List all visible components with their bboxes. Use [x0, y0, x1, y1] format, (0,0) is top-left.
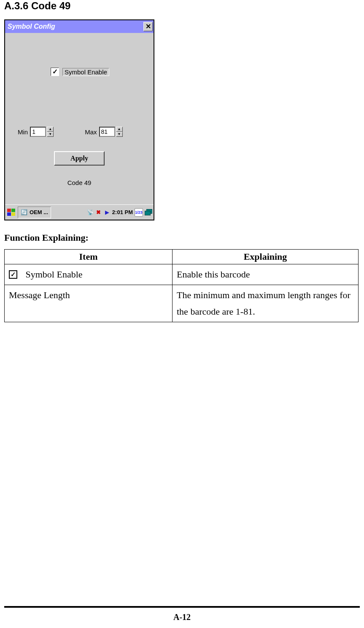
cell-explaining: The minimum and maximum length ranges fo… — [173, 285, 359, 322]
close-icon: ✕ — [146, 23, 151, 30]
symbol-enable-checkbox[interactable]: ✓ — [51, 68, 59, 76]
min-down-button[interactable]: ▼ — [47, 132, 54, 137]
window-title: Symbol Config — [8, 23, 55, 30]
section-heading: A.3.6 Code 49 — [4, 0, 360, 12]
cascade-windows-icon[interactable] — [145, 209, 152, 216]
max-input[interactable]: 81 — [99, 127, 115, 137]
max-label: Max — [85, 128, 97, 136]
function-explaining-table: Item Explaining ✓ Symbol Enable Enable t… — [4, 249, 359, 322]
system-tray: 📡 ✖ ▶ 2:01 PM 1/23 — [87, 208, 152, 217]
min-label: Min — [18, 128, 28, 136]
table-row: ✓ Symbol Enable Enable this barcode — [5, 264, 359, 285]
taskbar-clock[interactable]: 2:01 PM — [112, 209, 133, 215]
window-titlebar: Symbol Config ✕ — [5, 20, 154, 33]
taskbar-task-oem[interactable]: 🔄 OEM ... — [18, 207, 51, 218]
min-up-button[interactable]: ▲ — [47, 127, 54, 132]
footer-rule — [4, 606, 360, 608]
table-header-item: Item — [5, 250, 173, 264]
task-label: OEM ... — [30, 209, 48, 215]
check-icon: ✓ — [52, 68, 58, 75]
screenshot-symbol-config: Symbol Config ✕ ✓ Symbol Enable Min 1 ▲ … — [4, 19, 154, 220]
table-row: Message Length The minimum and maximum l… — [5, 285, 359, 322]
apply-button[interactable]: Apply — [54, 151, 105, 166]
sync-icon: 🔄 — [21, 209, 27, 216]
min-input[interactable]: 1 — [30, 127, 46, 137]
length-spinner-row: Min 1 ▲ ▼ Max 81 ▲ ▼ — [18, 127, 123, 137]
plug-disconnected-icon[interactable]: ✖ — [95, 209, 102, 216]
function-explaining-heading: Function Explaining: — [4, 232, 360, 243]
close-button[interactable]: ✕ — [143, 22, 153, 31]
code-type-label: Code 49 — [5, 179, 154, 186]
max-down-button[interactable]: ▼ — [116, 132, 123, 137]
window-body: ✓ Symbol Enable Min 1 ▲ ▼ Max 81 ▲ ▼ App… — [5, 33, 154, 205]
triangle-down-icon: ▼ — [49, 133, 52, 136]
windows-flag-icon — [7, 209, 16, 216]
cell-explaining: Enable this barcode — [173, 264, 359, 285]
triangle-down-icon: ▼ — [118, 133, 121, 136]
cell-item: Message Length — [5, 285, 173, 322]
network-icon[interactable]: 📡 — [87, 209, 94, 216]
cell-item: Symbol Enable — [26, 269, 83, 280]
start-button[interactable] — [6, 207, 16, 218]
triangle-up-icon: ▲ — [49, 128, 52, 131]
speaker-icon[interactable]: ▶ — [104, 209, 111, 216]
keyboard-toggle-icon[interactable]: 1/23 — [135, 208, 143, 217]
checkbox-icon: ✓ — [9, 270, 17, 279]
taskbar: 🔄 OEM ... 📡 ✖ ▶ 2:01 PM 1/23 — [5, 204, 154, 220]
max-up-button[interactable]: ▲ — [116, 127, 123, 132]
table-header-explaining: Explaining — [173, 250, 359, 264]
page-number: A-12 — [0, 612, 364, 622]
symbol-enable-row: ✓ Symbol Enable — [51, 68, 109, 76]
triangle-up-icon: ▲ — [118, 128, 121, 131]
symbol-enable-label: Symbol Enable — [62, 68, 109, 76]
